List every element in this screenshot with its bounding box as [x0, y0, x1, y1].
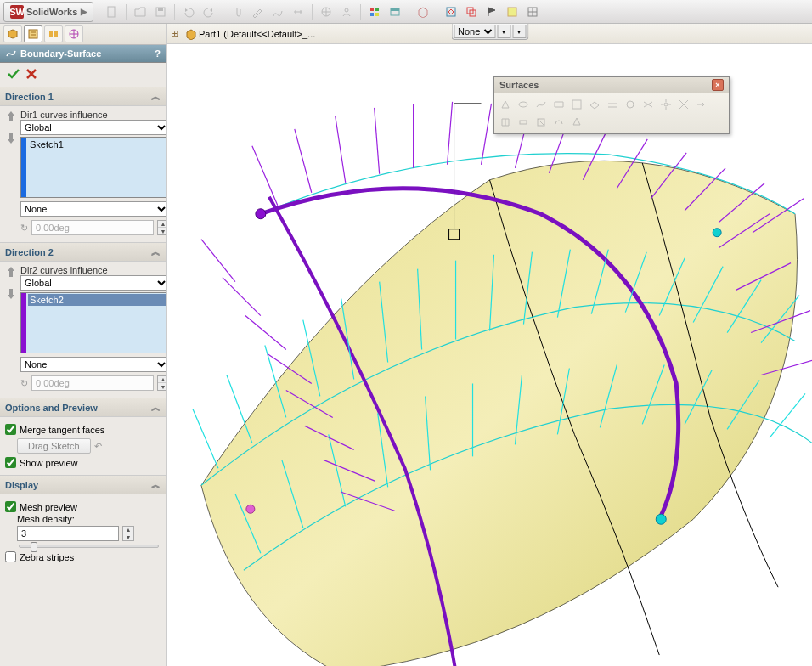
- dir2-angle-input[interactable]: [31, 375, 154, 391]
- filter-select[interactable]: None: [454, 25, 495, 38]
- expand-tree-icon[interactable]: ⊞: [171, 28, 178, 39]
- ruled-surface-icon[interactable]: [640, 97, 656, 112]
- tab-config-mgr[interactable]: [44, 25, 63, 42]
- surfaces-toolbar-titlebar[interactable]: Surfaces ×: [494, 77, 729, 93]
- dir1-angle-input[interactable]: [31, 220, 154, 235]
- mesh-preview-checkbox[interactable]: [5, 501, 16, 512]
- density-slider[interactable]: [19, 545, 159, 548]
- close-button[interactable]: ×: [712, 79, 724, 91]
- swept-surface-icon[interactable]: [533, 97, 549, 112]
- svg-line-67: [201, 240, 235, 282]
- dir1-influence-select[interactable]: Global: [20, 120, 166, 135]
- dir2-tangent-select[interactable]: None: [20, 357, 166, 372]
- dir2-influence-select[interactable]: Global: [20, 275, 166, 291]
- direction2-header[interactable]: Direction 2︽: [0, 242, 166, 262]
- 3d-surface-preview[interactable]: [167, 44, 812, 666]
- extruded-surface-icon[interactable]: [498, 97, 513, 112]
- drag-sketch-button[interactable]: Drag Sketch: [17, 438, 91, 454]
- fill-surface-icon[interactable]: [623, 97, 638, 112]
- rotate-icon[interactable]: ↻: [20, 378, 28, 389]
- untrim-icon[interactable]: [569, 115, 584, 130]
- planar-surface-icon[interactable]: [587, 97, 602, 112]
- display-header[interactable]: Display︽: [0, 475, 166, 494]
- spin-up[interactable]: ▲: [158, 221, 166, 228]
- svg-line-68: [223, 278, 261, 316]
- replace-face-icon[interactable]: [551, 115, 567, 130]
- slider-thumb[interactable]: [31, 542, 37, 552]
- merge-tangent-checkbox[interactable]: [5, 424, 16, 435]
- color-palette-icon[interactable]: [366, 3, 383, 20]
- boundary-surface-icon[interactable]: [569, 97, 584, 112]
- svg-point-82: [246, 505, 255, 513]
- appearance-icon[interactable]: [386, 3, 403, 20]
- spin-down[interactable]: ▼: [158, 383, 166, 390]
- help-button[interactable]: ?: [155, 48, 161, 59]
- extend-surface-icon[interactable]: [694, 97, 709, 112]
- direction1-body: Dir1 curves influence Global Sketch1 Non…: [0, 106, 166, 242]
- move-up-button[interactable]: [5, 265, 17, 280]
- logo[interactable]: SW SolidWorks ▶: [3, 2, 93, 22]
- mesh-density-input[interactable]: [17, 526, 119, 541]
- svg-rect-7: [370, 8, 374, 11]
- undo-icon[interactable]: [180, 3, 197, 20]
- show-preview-checkbox[interactable]: [5, 457, 16, 468]
- dir1-influence-label: Dir1 curves influence: [20, 110, 166, 120]
- knit-surface-icon[interactable]: [498, 115, 513, 130]
- 3d-viewport[interactable]: ⊞ Part1 (Default<<Default>_... None ▾ ▾: [166, 24, 812, 666]
- attach-icon[interactable]: [228, 3, 245, 20]
- spin-down[interactable]: ▼: [158, 228, 166, 234]
- move-down-button[interactable]: [5, 287, 17, 302]
- svg-rect-8: [375, 8, 379, 11]
- dir2-curves-list[interactable]: Sketch2: [20, 292, 166, 353]
- expand-icon[interactable]: [443, 3, 460, 20]
- measure-icon[interactable]: [290, 3, 307, 20]
- move-up-button[interactable]: [5, 110, 17, 125]
- offset-surface-icon[interactable]: [605, 97, 620, 112]
- cancel-button[interactable]: [25, 68, 37, 82]
- spin-up[interactable]: ▲: [123, 527, 133, 533]
- globe-icon[interactable]: [318, 3, 335, 20]
- ok-button[interactable]: [7, 68, 20, 82]
- save-icon[interactable]: [152, 3, 169, 20]
- trim-surface-icon[interactable]: [676, 97, 691, 112]
- display-body: Mesh preview Mesh density: ▲▼ Zebra stri…: [0, 494, 166, 569]
- surfaces-floating-toolbar[interactable]: Surfaces ×: [493, 76, 730, 134]
- grid-icon[interactable]: [524, 3, 541, 20]
- radiate-surface-icon[interactable]: [658, 97, 674, 112]
- spin-down[interactable]: ▼: [123, 533, 133, 540]
- options-header[interactable]: Options and Preview︽: [0, 398, 166, 417]
- dir1-curves-list[interactable]: Sketch1: [20, 137, 166, 198]
- svg-rect-87: [572, 100, 581, 109]
- svg-rect-4: [158, 8, 163, 11]
- new-file-icon[interactable]: [104, 3, 121, 20]
- undo-drag-icon[interactable]: ↶: [94, 441, 102, 452]
- dir1-list-item[interactable]: Sketch1: [28, 138, 166, 150]
- filter-options-button[interactable]: ▾: [512, 25, 526, 38]
- delete-face-icon[interactable]: [533, 115, 549, 130]
- thicken-icon[interactable]: [516, 115, 531, 130]
- curve-icon[interactable]: [269, 3, 286, 20]
- user-icon[interactable]: [338, 3, 355, 20]
- tab-property-mgr[interactable]: [24, 25, 42, 42]
- zebra-stripes-checkbox[interactable]: [5, 551, 16, 562]
- spin-up[interactable]: ▲: [158, 376, 166, 383]
- redo-icon[interactable]: [200, 3, 217, 20]
- filter-menu-button[interactable]: ▾: [497, 25, 510, 38]
- part-reference[interactable]: Part1 (Default<<Default>_...: [182, 28, 319, 40]
- flag-icon[interactable]: [483, 3, 500, 20]
- sketch-icon[interactable]: [249, 3, 266, 20]
- rotate-icon[interactable]: ↻: [20, 223, 28, 234]
- tab-display-mgr[interactable]: [65, 25, 83, 42]
- open-icon[interactable]: [132, 3, 149, 20]
- lofted-surface-icon[interactable]: [551, 97, 567, 112]
- note-icon[interactable]: [504, 3, 521, 20]
- svg-rect-9: [370, 13, 374, 16]
- dir2-list-item[interactable]: Sketch2: [28, 294, 166, 306]
- dir1-tangent-select[interactable]: None: [20, 201, 166, 217]
- direction1-header[interactable]: Direction 1︽: [0, 87, 166, 106]
- move-down-button[interactable]: [5, 132, 17, 147]
- tab-feature-tree[interactable]: [3, 25, 22, 42]
- box-icon[interactable]: [414, 3, 431, 20]
- layers-icon[interactable]: [463, 3, 480, 20]
- revolved-surface-icon[interactable]: [516, 97, 531, 112]
